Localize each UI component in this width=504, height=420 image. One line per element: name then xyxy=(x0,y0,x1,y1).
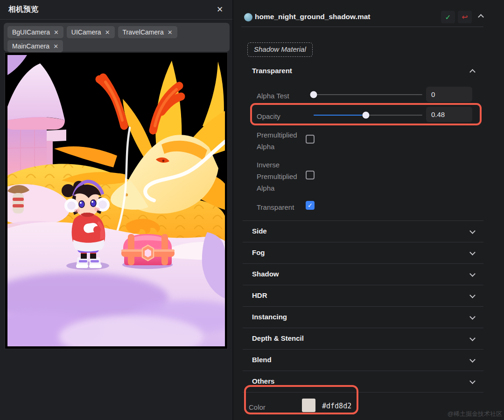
check-icon: ✓ xyxy=(445,13,451,21)
section-depth-stencil[interactable]: Depth & Stencil xyxy=(243,328,483,349)
camera-tag[interactable]: UICamera ✕ xyxy=(67,26,115,38)
premultiplied-alpha-label: Premultiplied Alpha xyxy=(257,129,302,152)
slider-fill xyxy=(314,115,366,116)
chevron-up-icon[interactable] xyxy=(478,14,484,20)
material-inspector-panel: home_night_ground_shadow.mat ✓ ↩ Shadow … xyxy=(233,0,504,420)
camera-filter-select[interactable]: BgUICamera ✕ UICamera ✕ TravelCamera ✕ M… xyxy=(4,23,230,52)
slider-handle[interactable] xyxy=(362,112,369,119)
section-blend[interactable]: Blend xyxy=(243,349,483,371)
color-hex-value[interactable]: #dfd8d2 xyxy=(322,402,351,410)
section-title: Depth & Stencil xyxy=(252,334,304,342)
section-title: Side xyxy=(252,227,267,235)
check-icon: ✓ xyxy=(307,202,314,209)
apply-button[interactable]: ✓ xyxy=(441,11,455,23)
section-title: Instancing xyxy=(252,313,287,321)
alpha-test-value[interactable]: 0 xyxy=(426,87,472,102)
section-title: Fog xyxy=(252,248,265,256)
section-title: Shadow xyxy=(252,270,279,278)
transparent-flag-label: Transparent xyxy=(257,201,294,213)
alpha-test-label: Alpha Test xyxy=(257,90,289,102)
remove-tag-icon[interactable]: ✕ xyxy=(105,29,110,36)
section-instancing[interactable]: Instancing xyxy=(243,306,483,328)
divider xyxy=(243,392,483,392)
close-icon[interactable]: ✕ xyxy=(214,4,225,15)
section-title: HDR xyxy=(252,291,267,299)
remove-tag-icon[interactable]: ✕ xyxy=(168,29,173,36)
revert-button[interactable]: ↩ xyxy=(458,11,472,23)
alpha-test-slider[interactable] xyxy=(314,94,422,95)
inverse-premultiplied-alpha-checkbox[interactable]: ✓ xyxy=(306,171,315,179)
camera-preview-header: 相机预览 ✕ xyxy=(0,0,232,20)
camera-preview-viewport xyxy=(5,52,228,349)
color-label: Color xyxy=(249,401,266,413)
chevron-down-icon xyxy=(469,357,476,363)
camera-tag-label: BgUICamera xyxy=(12,28,50,36)
material-name: home_night_ground_shadow.mat xyxy=(255,13,370,21)
watermark: @稀土掘金技术社区 xyxy=(448,410,502,418)
section-others[interactable]: Others xyxy=(243,371,483,392)
app-window: { "left_panel": { "title": "相机预览", "came… xyxy=(0,0,504,420)
material-tag-chip: Shadow Material xyxy=(247,42,313,57)
inverse-premultiplied-alpha-label: Inverse Premultiplied Alpha xyxy=(257,159,302,194)
opacity-label: Opacity xyxy=(257,110,280,122)
camera-preview-render xyxy=(7,55,225,346)
slider-handle[interactable] xyxy=(310,91,317,98)
section-title: Transparent xyxy=(252,67,292,75)
camera-preview-panel: 相机预览 ✕ BgUICamera ✕ UICamera ✕ TravelCam… xyxy=(0,0,233,420)
camera-tag-label: TravelCamera xyxy=(123,28,164,36)
color-swatch[interactable] xyxy=(302,399,315,412)
camera-tag-label: UICamera xyxy=(71,28,101,36)
chevron-down-icon xyxy=(469,335,476,341)
chevron-down-icon xyxy=(469,292,476,298)
chevron-down-icon xyxy=(469,249,476,255)
section-title: Others xyxy=(252,377,274,385)
section-shadow[interactable]: Shadow xyxy=(243,263,483,285)
camera-tag[interactable]: MainCamera ✕ xyxy=(7,40,63,52)
camera-tag-list: BgUICamera ✕ UICamera ✕ TravelCamera ✕ M… xyxy=(4,23,230,52)
divider xyxy=(241,27,483,27)
chevron-down-icon xyxy=(469,228,476,234)
opacity-slider[interactable] xyxy=(314,115,422,116)
section-side[interactable]: Side xyxy=(243,220,483,242)
material-sphere-icon xyxy=(244,13,252,21)
remove-tag-icon[interactable]: ✕ xyxy=(53,43,58,50)
section-title: Blend xyxy=(252,356,272,364)
premultiplied-alpha-checkbox[interactable]: ✓ xyxy=(306,135,315,144)
camera-tag-label: MainCamera xyxy=(12,42,49,50)
section-fog[interactable]: Fog xyxy=(243,242,483,263)
undo-arrow-icon: ↩ xyxy=(462,13,468,21)
transparent-checkbox[interactable]: ✓ xyxy=(306,201,315,210)
camera-tag[interactable]: TravelCamera ✕ xyxy=(118,26,177,38)
chevron-down-icon xyxy=(469,378,476,384)
remove-tag-icon[interactable]: ✕ xyxy=(54,29,59,36)
camera-tag[interactable]: BgUICamera ✕ xyxy=(7,26,63,38)
chevron-down-icon xyxy=(469,314,476,320)
opacity-value[interactable]: 0.48 xyxy=(426,107,472,122)
chevron-down-icon xyxy=(469,271,476,277)
panel-title: 相机预览 xyxy=(8,5,38,14)
chevron-up-icon xyxy=(469,69,476,75)
section-hdr[interactable]: HDR xyxy=(243,285,483,306)
